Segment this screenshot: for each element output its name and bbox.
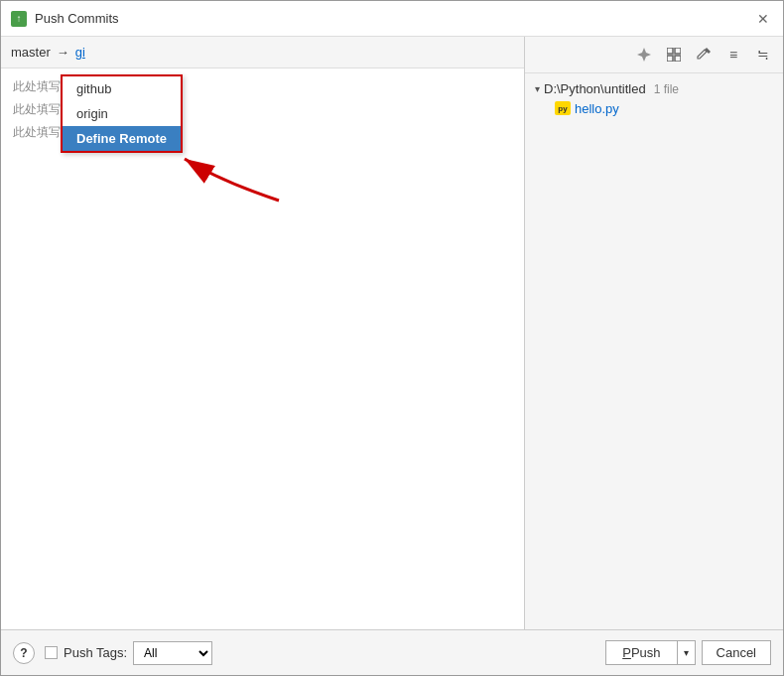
push-tags-checkbox[interactable]	[45, 646, 58, 659]
svg-rect-1	[667, 48, 673, 54]
push-tags-label: Push Tags:	[64, 645, 127, 660]
cancel-button[interactable]: Cancel	[702, 640, 771, 665]
push-button-group: PPush ▾	[605, 640, 695, 665]
remote-dropdown-trigger[interactable]: gi	[75, 45, 85, 60]
action-buttons: PPush ▾ Cancel	[605, 640, 771, 665]
dropdown-item-github[interactable]: github	[63, 76, 181, 101]
title-bar: ↑ Push Commits ✕	[1, 1, 783, 37]
close-button[interactable]: ✕	[753, 9, 773, 29]
remote-dropdown-menu: github origin Define Remote	[61, 74, 183, 153]
title-bar-left: ↑ Push Commits	[11, 11, 119, 27]
dialog-title: Push Commits	[35, 11, 119, 26]
pin-icon[interactable]	[632, 43, 656, 67]
bottom-bar: ? Push Tags: All PPush ▾ Cancel	[1, 629, 783, 675]
dialog-icon: ↑	[11, 11, 27, 27]
right-panel: ≡ ≒ ▾ D:\Python\untitled 1 file py	[525, 37, 783, 629]
svg-rect-2	[675, 48, 681, 54]
left-panel: master → gi github origin Define Remote	[1, 37, 525, 629]
folder-chevron: ▾	[535, 83, 540, 94]
dropdown-item-define-remote[interactable]: Define Remote	[63, 126, 181, 151]
help-button[interactable]: ?	[13, 642, 35, 664]
push-button[interactable]: PPush	[605, 640, 676, 665]
main-content: master → gi github origin Define Remote	[1, 37, 783, 629]
folder-path: D:\Python\untitled	[544, 81, 646, 96]
collapse-all-icon[interactable]: ≡	[721, 43, 745, 67]
push-tags-group: Push Tags: All	[45, 641, 212, 665]
file-name: hello.py	[575, 101, 619, 116]
tree-file-hello-py[interactable]: py hello.py	[531, 98, 777, 118]
grid-icon[interactable]	[662, 43, 686, 67]
tree-folder-untitled[interactable]: ▾ D:\Python\untitled 1 file	[531, 79, 777, 98]
branch-bar: master → gi	[1, 37, 524, 68]
branch-name: master	[11, 45, 51, 60]
push-dropdown-button[interactable]: ▾	[677, 640, 696, 665]
push-commits-dialog: ↑ Push Commits ✕ master → gi github orig…	[0, 0, 784, 676]
dropdown-item-origin[interactable]: origin	[63, 101, 181, 126]
edit-icon[interactable]	[692, 43, 716, 67]
python-file-icon: py	[555, 100, 571, 116]
svg-rect-3	[667, 56, 673, 62]
branch-arrow: →	[57, 45, 69, 60]
file-count: 1 file	[654, 82, 679, 96]
right-toolbar: ≡ ≒	[525, 37, 783, 73]
expand-all-icon[interactable]: ≒	[751, 43, 775, 67]
svg-rect-4	[675, 56, 681, 62]
tags-select[interactable]: All	[133, 641, 212, 665]
file-tree: ▾ D:\Python\untitled 1 file py hello.py	[525, 73, 783, 629]
